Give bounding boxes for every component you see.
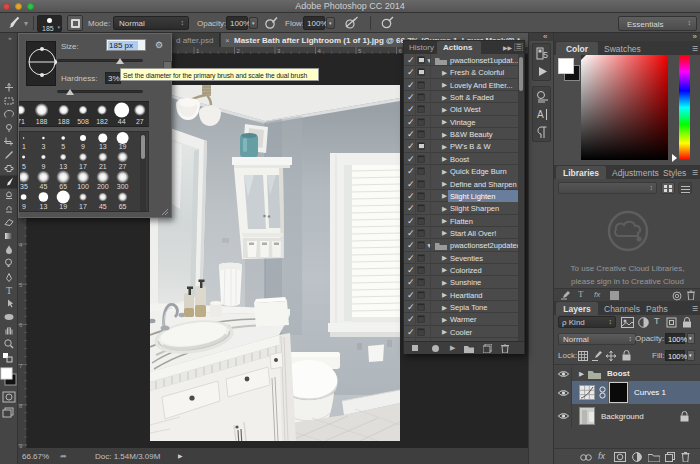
svg-text:6: 6: [19, 322, 23, 328]
svg-text:8: 8: [19, 403, 23, 409]
svg-text:21: 21: [99, 163, 107, 170]
svg-text:T: T: [6, 285, 12, 296]
svg-text:188: 188: [58, 118, 70, 125]
svg-text:9: 9: [22, 203, 26, 210]
svg-text:13: 13: [99, 143, 107, 150]
svg-text:100: 100: [77, 183, 89, 190]
svg-text:45: 45: [40, 183, 48, 190]
svg-text:19: 19: [119, 143, 127, 150]
svg-text:A: A: [537, 109, 544, 120]
svg-text:65: 65: [119, 203, 127, 210]
svg-text:27: 27: [136, 118, 144, 125]
svg-text:27: 27: [119, 163, 127, 170]
svg-text:5: 5: [61, 143, 65, 150]
svg-text:1: 1: [22, 143, 26, 150]
svg-text:9: 9: [41, 163, 45, 170]
svg-text:»: »: [8, 35, 12, 41]
svg-text:19: 19: [59, 203, 67, 210]
svg-text:13: 13: [59, 163, 67, 170]
svg-text:200: 200: [97, 183, 109, 190]
svg-text:4: 4: [19, 242, 23, 248]
svg-text:7: 7: [19, 363, 23, 369]
svg-text:3: 3: [41, 143, 45, 150]
svg-text:17: 17: [79, 203, 87, 210]
svg-text:65: 65: [59, 183, 67, 190]
svg-text:5: 5: [22, 163, 26, 170]
svg-text:188: 188: [36, 118, 48, 125]
svg-text:44: 44: [118, 118, 126, 125]
svg-text:13: 13: [40, 203, 48, 210]
svg-text:71: 71: [19, 118, 25, 125]
svg-text:5: 5: [19, 282, 23, 288]
svg-text:182: 182: [96, 118, 108, 125]
svg-text:35: 35: [20, 183, 28, 190]
svg-text:300: 300: [117, 183, 129, 190]
svg-text:508: 508: [77, 118, 89, 125]
svg-text:9: 9: [81, 143, 85, 150]
svg-text:45: 45: [99, 203, 107, 210]
svg-text:17: 17: [79, 163, 87, 170]
svg-text:5: 5: [543, 50, 548, 60]
